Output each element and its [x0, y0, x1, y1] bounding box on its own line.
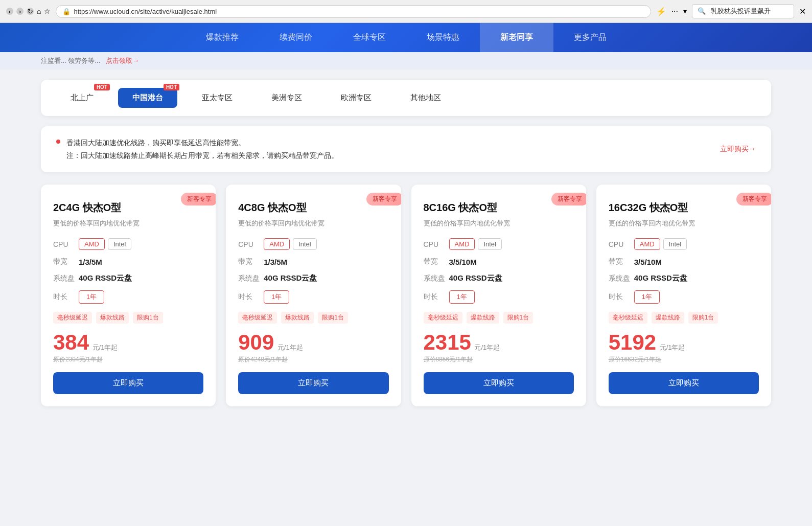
card-subtitle-3: 更低的价格享回内地优化带宽 — [609, 219, 759, 228]
bw-label-0: 带宽 — [53, 257, 79, 266]
buy-btn-3[interactable]: 立即购买 — [609, 372, 759, 394]
spec-cpu-row-3: CPU AMD Intel — [609, 238, 759, 250]
tag-3-2: 限购1台 — [688, 312, 718, 324]
region-tab-0[interactable]: HOT 北上广 — [56, 88, 108, 108]
refresh-button[interactable]: ↻ — [27, 8, 34, 15]
dur-label-0: 时长 — [53, 292, 79, 302]
cpu-intel-btn-3[interactable]: Intel — [663, 238, 687, 250]
bookmark-icon[interactable]: ☆ — [44, 7, 51, 15]
region-tab-label-1: 中国港台 — [132, 93, 163, 102]
new-badge-0: 新客专享 — [181, 193, 216, 205]
tags-row-2: 毫秒级延迟 爆款线路 限购1台 — [424, 312, 574, 324]
buy-btn-2[interactable]: 立即购买 — [424, 372, 574, 394]
price-main-2: 2315 — [424, 330, 471, 354]
red-dot — [56, 140, 60, 144]
product-card-1: 新客专享 4C8G 快杰O型 更低的价格享回内地优化带宽 CPU AMD Int… — [226, 185, 401, 406]
info-line-1: 香港回大陆加速优化线路，购买即享低延迟高性能带宽。 — [66, 136, 338, 149]
price-row-0: 384 元/1年起 原价2304元/1年起 — [53, 332, 203, 364]
region-tab-label-5: 其他地区 — [410, 93, 441, 102]
buy-btn-0[interactable]: 立即购买 — [53, 372, 203, 394]
disk-label-0: 系统盘 — [53, 274, 79, 283]
search-bar[interactable]: 🔍 乳胶枕头投诉量飙升 — [692, 4, 794, 18]
cpu-options-0: AMD Intel — [79, 238, 131, 250]
cpu-options-3: AMD Intel — [634, 238, 687, 250]
cpu-amd-btn-1[interactable]: AMD — [264, 238, 290, 250]
disk-label-2: 系统盘 — [424, 274, 449, 283]
nav-item-4[interactable]: 新老同享 — [480, 23, 553, 52]
cpu-amd-btn-2[interactable]: AMD — [449, 238, 475, 250]
nav-item-5[interactable]: 更多产品 — [553, 23, 627, 52]
cpu-amd-btn-3[interactable]: AMD — [634, 238, 660, 250]
region-tab-4[interactable]: 欧洲专区 — [327, 88, 386, 108]
region-tab-3[interactable]: 美洲专区 — [257, 88, 316, 108]
card-subtitle-2: 更低的价格享回内地优化带宽 — [424, 219, 574, 228]
bw-value-1: 1/3/5M — [264, 258, 287, 266]
disk-value-0: 40G RSSD云盘 — [79, 273, 132, 283]
back-button[interactable]: ‹ — [6, 8, 13, 15]
hot-badge-0: HOT — [94, 84, 110, 90]
forward-button[interactable]: › — [16, 8, 24, 15]
cpu-label-2: CPU — [424, 240, 449, 248]
spec-dur-row-2: 时长 1年 — [424, 290, 574, 304]
lock-icon: 🔒 — [62, 8, 71, 15]
region-tab-1[interactable]: HOT 中国港台 — [118, 88, 177, 108]
tag-1-2: 限购1台 — [318, 312, 348, 324]
disk-label-1: 系统盘 — [238, 274, 264, 283]
card-subtitle-0: 更低的价格享回内地优化带宽 — [53, 219, 203, 228]
cpu-amd-btn-0[interactable]: AMD — [79, 238, 105, 250]
cpu-label-3: CPU — [609, 240, 634, 248]
price-row-3: 5192 元/1年起 原价16632元/1年起 — [609, 332, 759, 364]
tag-0-0: 毫秒级延迟 — [53, 312, 92, 324]
nav-item-1[interactable]: 续费同价 — [259, 23, 333, 52]
card-subtitle-1: 更低的价格享回内地优化带宽 — [238, 219, 388, 228]
region-tab-label-2: 亚太专区 — [202, 93, 233, 102]
tags-row-0: 毫秒级延迟 爆款线路 限购1台 — [53, 312, 203, 324]
browser-controls: ‹ › ↻ ⌂ ☆ — [6, 7, 51, 15]
nav-item-3[interactable]: 场景特惠 — [406, 23, 480, 52]
price-unit-0: 元/1年起 — [92, 344, 118, 351]
cpu-intel-btn-1[interactable]: Intel — [293, 238, 317, 250]
disk-label-3: 系统盘 — [609, 274, 634, 283]
product-card-2: 新客专享 8C16G 快杰O型 更低的价格享回内地优化带宽 CPU AMD In… — [411, 185, 586, 406]
region-tab-label-0: 北上广 — [71, 93, 94, 102]
cpu-intel-btn-0[interactable]: Intel — [108, 238, 132, 250]
dur-label-3: 时长 — [609, 292, 634, 302]
nav-bar: 爆款推荐 续费同价 全球专区 场景特惠 新老同享 更多产品 — [0, 23, 812, 52]
close-icon[interactable]: ✕ — [799, 7, 806, 16]
url-bar[interactable]: 🔒 https://www.ucloud.cn/site/active/kuai… — [56, 5, 651, 18]
spec-cpu-row-0: CPU AMD Intel — [53, 238, 203, 250]
main-content: HOT 北上广 HOT 中国港台 亚太专区 美洲专区 欧洲专区 其他地区 // … — [0, 70, 812, 417]
cpu-options-1: AMD Intel — [264, 238, 316, 250]
region-tab-2[interactable]: 亚太专区 — [188, 88, 247, 108]
duration-btn-3[interactable]: 1年 — [634, 290, 660, 304]
bw-value-2: 3/5/10M — [449, 258, 477, 266]
duration-btn-1[interactable]: 1年 — [264, 290, 289, 304]
new-badge-3: 新客专享 — [736, 193, 771, 205]
buy-btn-1[interactable]: 立即购买 — [238, 372, 388, 394]
tag-3-1: 爆款线路 — [652, 312, 684, 324]
spec-disk-row-2: 系统盘 40G RSSD云盘 — [424, 273, 574, 283]
nav-item-0[interactable]: 爆款推荐 — [185, 23, 259, 52]
duration-btn-2[interactable]: 1年 — [449, 290, 475, 304]
info-buy-link[interactable]: 立即购买→ — [720, 145, 756, 154]
dropdown-icon[interactable]: ▾ — [683, 7, 687, 15]
spec-dur-row-3: 时长 1年 — [609, 290, 759, 304]
disk-value-1: 40G RSSD云盘 — [264, 273, 317, 283]
bw-label-1: 带宽 — [238, 257, 264, 266]
duration-btn-0[interactable]: 1年 — [79, 290, 104, 304]
region-tab-5[interactable]: 其他地区 — [396, 88, 455, 108]
cpu-intel-btn-2[interactable]: Intel — [478, 238, 502, 250]
announcement-link[interactable]: 点击领取→ — [106, 57, 139, 64]
tag-2-2: 限购1台 — [503, 312, 533, 324]
nav-item-2[interactable]: 全球专区 — [333, 23, 406, 52]
spec-bw-row-2: 带宽 3/5/10M — [424, 257, 574, 266]
tag-0-2: 限购1台 — [133, 312, 163, 324]
announcement-bar: 注监看... 领劳务等... 点击领取→ — [0, 52, 812, 70]
more-icon[interactable]: ··· — [671, 7, 678, 16]
tag-1-0: 毫秒级延迟 — [238, 312, 277, 324]
spec-disk-row-3: 系统盘 40G RSSD云盘 — [609, 273, 759, 283]
price-row-1: 909 元/1年起 原价4248元/1年起 — [238, 332, 388, 364]
home-icon[interactable]: ⌂ — [37, 7, 41, 15]
cpu-options-2: AMD Intel — [449, 238, 502, 250]
spec-disk-row-1: 系统盘 40G RSSD云盘 — [238, 273, 388, 283]
